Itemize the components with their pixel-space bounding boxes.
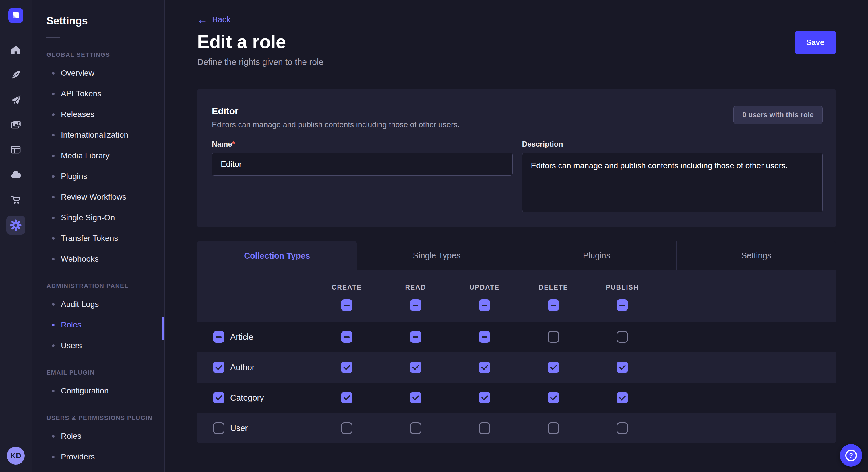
category-select-checkbox[interactable] <box>213 392 224 403</box>
subnav-section: GLOBAL SETTINGSOverviewAPI TokensRelease… <box>32 51 164 269</box>
user-read-checkbox[interactable] <box>410 423 422 434</box>
subnav-item-plugins[interactable]: Plugins <box>32 166 164 187</box>
select-all-create-checkbox[interactable] <box>341 299 352 311</box>
subnav-item-providers[interactable]: Providers <box>32 446 164 467</box>
permissions-card: Collection TypesSingle TypesPluginsSetti… <box>197 241 836 443</box>
subnav-item-users[interactable]: Users <box>32 335 164 356</box>
subnav-item-audit-logs[interactable]: Audit Logs <box>32 294 164 314</box>
category-update-checkbox[interactable] <box>479 392 490 403</box>
icon-rail: KD <box>0 0 32 472</box>
subnav-item-configuration[interactable]: Configuration <box>32 380 164 401</box>
cart-icon[interactable] <box>9 193 22 206</box>
bullet-icon <box>52 456 55 458</box>
permissions-table-header: CREATEREADUPDATEDELETEPUBLISH <box>197 270 836 322</box>
select-all-delete-checkbox[interactable] <box>548 299 559 311</box>
article-publish-checkbox[interactable] <box>617 331 628 343</box>
rail-divider <box>0 31 32 31</box>
subnav-title: Settings <box>46 15 164 27</box>
article-delete-checkbox[interactable] <box>548 331 559 343</box>
subnav-item-label: Roles <box>61 320 82 330</box>
author-select-checkbox[interactable] <box>213 362 224 373</box>
bullet-icon <box>52 303 55 306</box>
permission-row-article: Article <box>197 322 836 352</box>
subnav-section-label: GLOBAL SETTINGS <box>46 51 164 58</box>
subnav-item-internationalization[interactable]: Internationalization <box>32 125 164 145</box>
tab-single-types[interactable]: Single Types <box>357 241 516 270</box>
paper-plane-icon[interactable] <box>9 93 22 106</box>
author-create-checkbox[interactable] <box>341 362 352 373</box>
permission-row-author: Author <box>197 352 836 382</box>
subnav-item-releases[interactable]: Releases <box>32 104 164 125</box>
subnav-item-label: Single Sign-On <box>61 213 115 222</box>
subnav-item-webhooks[interactable]: Webhooks <box>32 248 164 269</box>
subnav-section-label: EMAIL PLUGIN <box>46 369 164 376</box>
description-textarea[interactable]: Editors can manage and publish contents … <box>522 153 823 212</box>
article-read-checkbox[interactable] <box>410 331 422 343</box>
user-select-checkbox[interactable] <box>213 423 224 434</box>
column-header-publish: PUBLISH <box>588 283 657 291</box>
category-publish-checkbox[interactable] <box>617 392 628 403</box>
avatar[interactable]: KD <box>7 447 25 465</box>
cloud-icon[interactable] <box>9 168 22 181</box>
permission-row-user: User <box>197 413 836 443</box>
select-all-publish-checkbox[interactable] <box>617 299 628 311</box>
subnav-item-overview[interactable]: Overview <box>32 63 164 83</box>
content-type-label: Author <box>230 363 255 372</box>
description-label: Description <box>522 140 823 148</box>
name-input[interactable] <box>212 153 513 176</box>
category-create-checkbox[interactable] <box>341 392 352 403</box>
subnav-item-single-sign-on[interactable]: Single Sign-On <box>32 207 164 228</box>
scrollbar-thumb[interactable] <box>162 317 164 340</box>
category-delete-checkbox[interactable] <box>548 392 559 403</box>
users-with-role-badge[interactable]: 0 users with this role <box>733 106 823 124</box>
user-update-checkbox[interactable] <box>479 423 490 434</box>
rail-bottom: KD <box>0 442 32 472</box>
user-create-checkbox[interactable] <box>341 423 352 434</box>
select-all-update-checkbox[interactable] <box>479 299 490 311</box>
article-select-checkbox[interactable] <box>213 331 224 343</box>
select-all-read-checkbox[interactable] <box>410 299 422 311</box>
settings-subnav: Settings GLOBAL SETTINGSOverviewAPI Toke… <box>32 0 165 472</box>
article-update-checkbox[interactable] <box>479 331 490 343</box>
subnav-item-transfer-tokens[interactable]: Transfer Tokens <box>32 228 164 248</box>
subnav-item-review-workflows[interactable]: Review Workflows <box>32 187 164 207</box>
author-publish-checkbox[interactable] <box>617 362 628 373</box>
subnav-title-rule <box>46 37 60 38</box>
tab-collection-types[interactable]: Collection Types <box>197 241 357 270</box>
help-button[interactable]: ? <box>840 444 862 467</box>
subnav-item-label: Audit Logs <box>61 300 99 309</box>
gear-icon[interactable] <box>6 216 25 235</box>
bullet-icon <box>52 258 55 260</box>
subnav-item-label: Configuration <box>61 386 109 396</box>
question-mark-icon: ? <box>845 450 857 461</box>
column-header-delete: DELETE <box>519 283 588 291</box>
feather-icon[interactable] <box>9 68 22 81</box>
required-mark: * <box>232 140 235 148</box>
media-images-icon[interactable] <box>9 118 22 131</box>
save-button[interactable]: Save <box>795 31 836 54</box>
permissions-rows: ArticleAuthorCategoryUser <box>197 322 836 443</box>
bullet-icon <box>52 344 55 347</box>
user-publish-checkbox[interactable] <box>617 423 628 434</box>
back-link[interactable]: ← Back <box>197 15 230 24</box>
subnav-item-media-library[interactable]: Media Library <box>32 145 164 166</box>
subnav-item-roles[interactable]: Roles <box>32 314 164 335</box>
author-update-checkbox[interactable] <box>479 362 490 373</box>
category-read-checkbox[interactable] <box>410 392 422 403</box>
bullet-icon <box>52 435 55 438</box>
strapi-logo-icon[interactable] <box>8 8 23 23</box>
subnav-item-roles[interactable]: Roles <box>32 426 164 446</box>
role-description-heading: Editors can manage and publish contents … <box>212 121 460 129</box>
bullet-icon <box>52 175 55 178</box>
author-delete-checkbox[interactable] <box>548 362 559 373</box>
subnav-item-api-tokens[interactable]: API Tokens <box>32 83 164 104</box>
article-create-checkbox[interactable] <box>341 331 352 343</box>
subnav-item-label: Providers <box>61 452 95 461</box>
user-delete-checkbox[interactable] <box>548 423 559 434</box>
tab-plugins[interactable]: Plugins <box>517 241 676 270</box>
author-read-checkbox[interactable] <box>410 362 422 373</box>
layout-icon[interactable] <box>9 143 22 156</box>
tab-settings[interactable]: Settings <box>676 241 836 270</box>
subnav-item-label: Roles <box>61 432 82 441</box>
home-icon[interactable] <box>9 43 22 57</box>
